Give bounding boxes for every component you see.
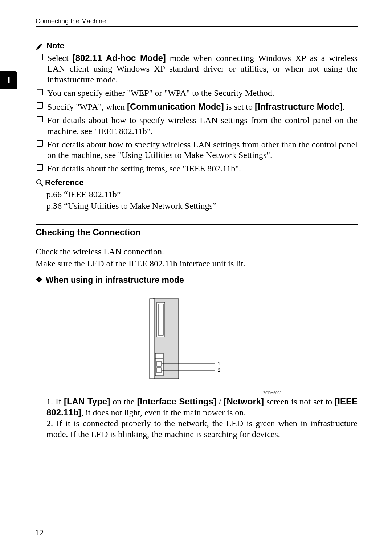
list-item: For details about how to specify wireles…: [36, 115, 358, 137]
body-text: Make sure the LED of the IEEE 802.11b in…: [36, 258, 358, 269]
pencil-icon: [36, 42, 44, 50]
interface-unit-diagram: 1 2 ZGDH600J: [36, 295, 358, 393]
list-item: For details about the setting items, see…: [36, 163, 358, 174]
svg-line-1: [41, 183, 43, 186]
diamond-icon: ❖: [36, 276, 43, 284]
list-item: Select [802.11 Ad-hoc Mode] mode when co…: [36, 53, 358, 85]
note-heading: Note: [36, 41, 358, 50]
reference-heading: Reference: [36, 178, 358, 187]
numbered-paragraph: 1. If [LAN Type] on the [Interface Setti…: [36, 396, 358, 440]
reference-label: Reference: [45, 178, 83, 187]
reference-line: p.36 “Using Utilities to Make Network Se…: [46, 200, 358, 212]
section-title: Checking the Connection: [36, 225, 358, 240]
reference-body: p.66 “IEEE 802.11b” p.36 “Using Utilitie…: [36, 189, 358, 212]
reference-line: p.66 “IEEE 802.11b”: [46, 189, 358, 200]
callout-label: 1: [218, 361, 220, 366]
callout-label: 2: [218, 368, 220, 373]
list-item: For details about how to specify wireles…: [36, 139, 358, 161]
note-list: Select [802.11 Ad-hoc Mode] mode when co…: [36, 53, 358, 174]
note-label: Note: [46, 41, 64, 50]
svg-rect-3: [150, 299, 155, 379]
chapter-tab: 1: [0, 71, 17, 89]
svg-rect-4: [157, 302, 165, 337]
page-number: 12: [35, 528, 44, 538]
magnifier-icon: [36, 179, 44, 187]
body-text: Check the wireless LAN connection.: [36, 246, 358, 257]
running-title: Connecting the Machine: [36, 17, 358, 27]
figure-id: ZGDH600J: [263, 391, 281, 395]
subsection-heading: ❖ When using in infrastructure mode: [36, 275, 358, 285]
list-item: You can specify either "WEP" or "WPA" to…: [36, 88, 358, 98]
svg-rect-6: [155, 353, 163, 376]
subsection-title: When using in infrastructure mode: [46, 275, 184, 285]
list-item: Specify "WPA", when [Communication Mode]…: [36, 101, 358, 112]
